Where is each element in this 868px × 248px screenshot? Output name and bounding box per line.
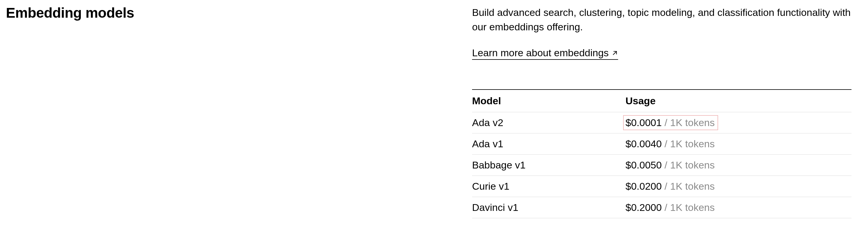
table-row: Curie v1$0.0200 / 1K tokens <box>472 176 851 197</box>
usage-cell: $0.0200 / 1K tokens <box>625 176 851 197</box>
model-cell: Ada v2 <box>472 112 625 134</box>
price-unit: / 1K tokens <box>662 202 715 213</box>
table-header-row: Model Usage <box>472 90 851 112</box>
price-value: $0.2000 <box>625 202 662 213</box>
table-row: Babbage v1$0.0050 / 1K tokens <box>472 155 851 176</box>
model-cell: Babbage v1 <box>472 155 625 176</box>
model-cell: Ada v1 <box>472 134 625 155</box>
price-value: $0.0050 <box>625 160 662 171</box>
learn-more-link[interactable]: Learn more about embeddings <box>472 47 618 60</box>
learn-more-label: Learn more about embeddings <box>472 47 609 59</box>
price-value: $0.0200 <box>625 181 662 192</box>
external-link-icon <box>612 47 618 59</box>
section-description: Build advanced search, clustering, topic… <box>472 5 851 34</box>
price-unit: / 1K tokens <box>662 138 715 149</box>
table-row: Ada v1$0.0040 / 1K tokens <box>472 134 851 155</box>
price-unit: / 1K tokens <box>662 160 715 171</box>
model-cell: Davinci v1 <box>472 197 625 218</box>
usage-cell: $0.0050 / 1K tokens <box>625 155 851 176</box>
usage-cell: $0.2000 / 1K tokens <box>625 197 851 218</box>
price-unit: / 1K tokens <box>662 181 715 192</box>
model-cell: Curie v1 <box>472 176 625 197</box>
col-usage-header: Usage <box>625 90 851 112</box>
usage-cell: $0.0001 / 1K tokens <box>625 112 851 134</box>
svg-line-0 <box>613 51 617 55</box>
price-value: $0.0001 <box>625 117 662 128</box>
price-unit: / 1K tokens <box>662 117 715 128</box>
table-row: Davinci v1$0.2000 / 1K tokens <box>472 197 851 218</box>
price-value: $0.0040 <box>625 138 662 149</box>
section-title: Embedding models <box>6 5 472 21</box>
pricing-table: Model Usage Ada v2$0.0001 / 1K tokensAda… <box>472 89 851 218</box>
table-row: Ada v2$0.0001 / 1K tokens <box>472 112 851 134</box>
usage-cell: $0.0040 / 1K tokens <box>625 134 851 155</box>
col-model-header: Model <box>472 90 625 112</box>
